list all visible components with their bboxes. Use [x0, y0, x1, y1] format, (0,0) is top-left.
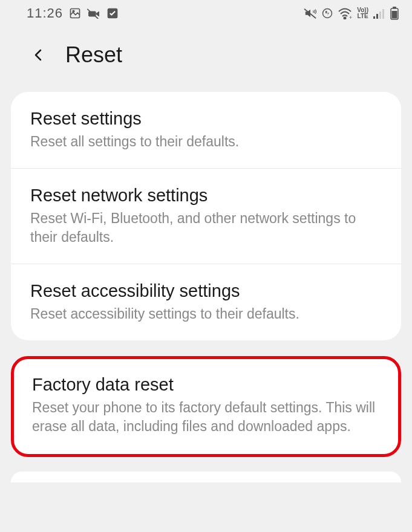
factory-reset-card-highlighted: Factory data reset Reset your phone to i… [11, 356, 401, 457]
status-right: + Vo)) LTE [304, 7, 399, 20]
signal-icon [373, 8, 385, 19]
page-title: Reset [65, 42, 122, 68]
item-desc: Reset your phone to its factory default … [32, 398, 380, 436]
item-title: Reset accessibility settings [30, 281, 382, 301]
mute-vibrate-icon [304, 7, 317, 19]
battery-saver-icon [322, 8, 333, 19]
volte-indicator: Vo)) LTE [357, 7, 368, 19]
item-title: Reset settings [30, 109, 382, 129]
camera-off-icon [87, 8, 100, 19]
svg-point-7 [344, 18, 346, 19]
reset-accessibility-item[interactable]: Reset accessibility settings Reset acces… [11, 264, 401, 340]
svg-rect-10 [376, 14, 378, 19]
battery-icon [390, 7, 399, 20]
status-left: 11:26 [27, 5, 119, 21]
page-header: Reset [0, 24, 412, 92]
svg-rect-9 [373, 16, 375, 19]
reset-network-item[interactable]: Reset network settings Reset Wi-Fi, Blue… [11, 169, 401, 264]
wifi-icon: + [338, 7, 352, 19]
status-time: 11:26 [27, 5, 63, 21]
svg-text:+: + [349, 15, 352, 19]
item-desc: Reset all settings to their defaults. [30, 132, 382, 151]
next-card-peek [11, 472, 401, 482]
factory-data-reset-item[interactable]: Factory data reset Reset your phone to i… [14, 359, 398, 454]
svg-point-1 [73, 10, 74, 12]
checkbox-icon [106, 7, 119, 19]
svg-rect-12 [382, 9, 384, 19]
status-bar: 11:26 + Vo)) LTE [0, 0, 412, 24]
image-icon [69, 7, 81, 19]
reset-settings-item[interactable]: Reset settings Reset all settings to the… [11, 92, 401, 169]
svg-rect-11 [379, 11, 381, 19]
item-title: Reset network settings [30, 186, 382, 206]
item-desc: Reset Wi-Fi, Bluetooth, and other networ… [30, 209, 382, 247]
reset-options-card: Reset settings Reset all settings to the… [11, 92, 401, 340]
back-icon[interactable] [31, 48, 46, 62]
item-desc: Reset accessibility settings to their de… [30, 305, 382, 323]
item-title: Factory data reset [32, 375, 380, 395]
svg-rect-15 [392, 11, 397, 19]
